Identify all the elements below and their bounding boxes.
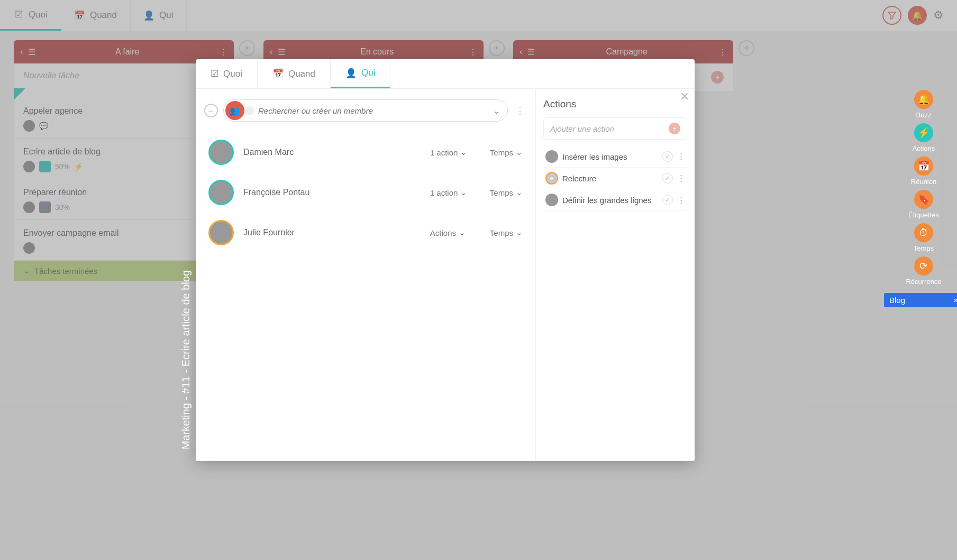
avatar: [208, 220, 234, 245]
close-icon[interactable]: ×: [953, 296, 957, 305]
sidebar-reunion[interactable]: 📅 Réunion: [911, 157, 936, 186]
sort-icon[interactable]: ☰: [28, 47, 35, 57]
time-dropdown[interactable]: Temps ⌄: [490, 148, 523, 157]
action-count-dropdown[interactable]: Actions ⌄: [430, 228, 480, 237]
time-dropdown[interactable]: Temps ⌄: [490, 228, 523, 237]
sidebar-recurrence[interactable]: ⟳ Récurrence: [906, 256, 941, 286]
more-icon[interactable]: ⋮: [219, 47, 227, 57]
check-icon[interactable]: ✓: [662, 151, 673, 162]
add-assignee-icon[interactable]: +: [545, 172, 558, 185]
tag-label: Blog: [889, 296, 905, 305]
chevron-left-icon[interactable]: ‹: [270, 47, 272, 57]
placeholder-text: Nouvelle tâche: [23, 71, 79, 80]
nav-tab-quand[interactable]: 📅 Quand: [61, 0, 131, 31]
actions-panel: ✕ Actions Ajouter une action + Insérer l…: [536, 89, 695, 461]
bolt-icon: ⚡: [74, 162, 83, 171]
avatar: [545, 150, 558, 163]
nav-tab-qui[interactable]: 👤 Qui: [131, 0, 187, 31]
avatar: [23, 201, 35, 213]
card-title: Préparer réunion: [23, 188, 224, 197]
sidebar-label: Buzz: [916, 111, 932, 119]
person-icon: 👤: [144, 10, 154, 21]
pin-icon: [14, 88, 25, 100]
sidebar-buzz[interactable]: 🔔 Buzz: [914, 90, 933, 119]
tag-icon: 🔖: [914, 190, 933, 209]
nav-tab-quoi[interactable]: ☑ Quoi: [0, 0, 61, 31]
remove-button[interactable]: −: [204, 104, 218, 117]
add-column-button[interactable]: +: [739, 40, 754, 56]
badge-icon: [39, 201, 51, 213]
member-row[interactable]: Damien Marc 1 action ⌄ Temps ⌄: [204, 132, 527, 172]
check-icon[interactable]: ✓: [662, 195, 673, 205]
plus-icon[interactable]: +: [711, 71, 724, 84]
chevron-left-icon[interactable]: ‹: [519, 47, 522, 57]
calendar-icon: 📅: [914, 157, 933, 176]
action-title: Définir les grandes lignes: [562, 196, 658, 205]
sidebar-label: Temps: [914, 244, 934, 252]
card-title: Ecrire article de blog: [23, 147, 224, 157]
action-item[interactable]: Insérer les images ✓ ⋮: [543, 146, 687, 168]
tab-label: Quand: [288, 69, 315, 79]
calendar-icon: 📅: [272, 68, 284, 79]
avatar: [23, 120, 35, 132]
chevron-down-icon: ⌄: [459, 228, 466, 237]
chevron-down-icon: ⌄: [516, 228, 523, 237]
notifications-button[interactable]: 🔔: [908, 6, 927, 25]
avatar: [23, 161, 35, 172]
more-icon[interactable]: ⋮: [469, 47, 477, 57]
member-row[interactable]: Françoise Pontau 1 action ⌄ Temps ⌄: [204, 172, 527, 213]
sidebar-temps[interactable]: ⏱ Temps: [914, 223, 934, 252]
plus-icon[interactable]: +: [669, 123, 680, 134]
right-sidebar: 🔔 Buzz ⚡ Actions 📅 Réunion 🔖 Étiquettes …: [901, 90, 946, 307]
action-count-dropdown[interactable]: 1 action ⌄: [430, 188, 480, 197]
search-input[interactable]: [258, 106, 493, 115]
done-label: Tâches terminées: [34, 267, 97, 276]
sidebar-etiquettes[interactable]: 🔖 Étiquettes: [908, 190, 939, 219]
member-name: Damien Marc: [243, 148, 421, 157]
avatar: [208, 180, 234, 205]
tab-label: Qui: [361, 68, 375, 78]
check-icon[interactable]: ✓: [662, 173, 673, 183]
modal-tab-quoi[interactable]: ☑ Quoi: [196, 59, 258, 88]
time-dropdown[interactable]: Temps ⌄: [490, 188, 523, 197]
filter-button[interactable]: [882, 6, 901, 25]
repeat-icon: ⟳: [914, 256, 933, 276]
column-title: En cours: [290, 47, 463, 57]
add-action-input[interactable]: Ajouter une action +: [543, 117, 687, 140]
close-button[interactable]: ✕: [680, 90, 689, 104]
more-icon[interactable]: ⋮: [513, 105, 527, 116]
avatar: [208, 140, 234, 165]
filter-icon: [888, 11, 896, 20]
member-row[interactable]: Julie Fournier Actions ⌄ Temps ⌄: [204, 213, 527, 253]
chevron-left-icon[interactable]: ‹: [20, 47, 23, 57]
member-name: Françoise Pontau: [243, 188, 421, 197]
more-icon[interactable]: ⋮: [718, 47, 727, 57]
more-icon[interactable]: ⋮: [677, 195, 685, 205]
sidebar-label: Réunion: [911, 178, 936, 186]
modal-tab-qui[interactable]: 👤 Qui: [331, 59, 390, 88]
settings-button[interactable]: ⚙: [933, 8, 944, 22]
card-title: Appeler agence: [23, 106, 224, 116]
action-count-dropdown[interactable]: 1 action ⌄: [430, 148, 480, 157]
action-item[interactable]: + Relecture ✓ ⋮: [543, 168, 687, 189]
task-modal: ☑ Quoi 📅 Quand 👤 Qui − 👥 ⌄ ⋮: [196, 59, 695, 461]
modal-tab-quand[interactable]: 📅 Quand: [258, 59, 331, 88]
more-icon[interactable]: ⋮: [677, 152, 685, 161]
card-title: Envoyer campagne email: [23, 228, 224, 238]
placeholder-text: Ajouter une action: [550, 124, 614, 133]
modal-tabs: ☑ Quoi 📅 Quand 👤 Qui: [196, 59, 695, 89]
sidebar-label: Étiquettes: [908, 211, 939, 219]
tag-blog[interactable]: Blog ×: [884, 293, 957, 307]
more-icon[interactable]: ⋮: [677, 173, 685, 183]
sort-icon[interactable]: ☰: [527, 47, 535, 57]
sidebar-label: Actions: [913, 144, 935, 152]
sort-icon[interactable]: ☰: [278, 47, 285, 57]
add-column-button[interactable]: +: [489, 40, 505, 56]
member-search[interactable]: 👥 ⌄: [223, 99, 508, 122]
actions-title: Actions: [543, 98, 687, 110]
sidebar-actions[interactable]: ⚡ Actions: [913, 123, 935, 152]
chevron-down-icon[interactable]: ⌄: [493, 106, 500, 116]
add-column-button[interactable]: +: [239, 40, 255, 56]
action-item[interactable]: Définir les grandes lignes ✓ ⋮: [543, 189, 687, 211]
chevron-down-icon: ⌄: [23, 266, 30, 276]
